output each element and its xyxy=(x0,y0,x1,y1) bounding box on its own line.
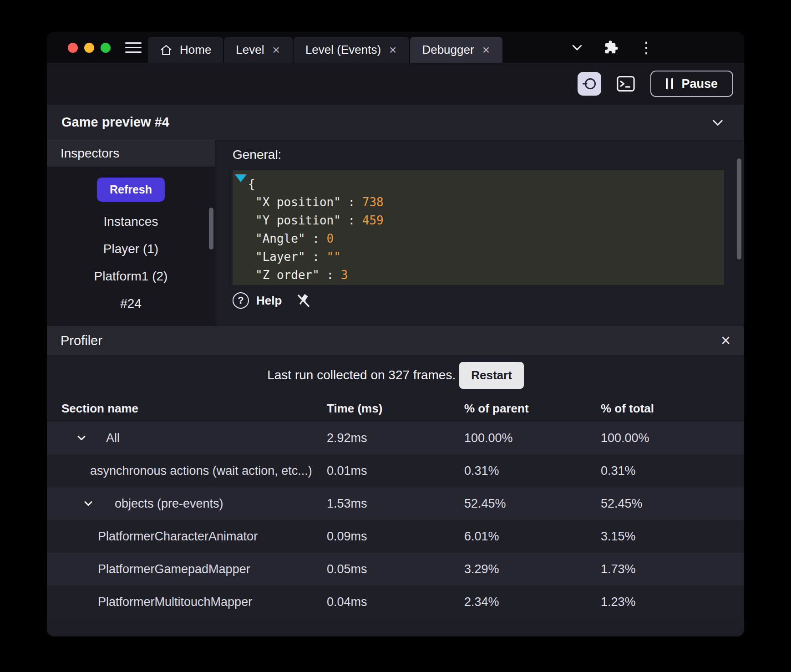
profiler-title: Profiler xyxy=(61,333,102,348)
game-preview-header: Game preview #4 xyxy=(47,105,744,140)
time-cell: 1.53ms xyxy=(327,497,464,511)
speed-control-button[interactable] xyxy=(578,72,601,96)
percent-total-cell: 52.45% xyxy=(601,497,744,511)
tree-item-player[interactable]: Player (1) xyxy=(103,235,158,263)
tab-bar: Home Level × Level (Events) × Debugger × xyxy=(47,32,744,63)
close-window-button[interactable] xyxy=(68,43,78,53)
percent-parent-cell: 6.01% xyxy=(464,529,601,544)
code-line: "Y position" : 459 xyxy=(248,211,724,229)
profiler-header: Profiler × xyxy=(47,326,744,355)
percent-parent-cell: 100.00% xyxy=(464,431,601,445)
help-icon[interactable]: ? xyxy=(233,292,249,309)
pause-icon xyxy=(666,78,673,89)
column-time: Time (ms) xyxy=(327,402,464,416)
column-percent-total: % of total xyxy=(601,402,744,416)
general-panel: General: { "X position" : 738 "Y positio… xyxy=(215,140,744,326)
tab-label: Home xyxy=(180,43,211,57)
percent-parent-cell: 0.31% xyxy=(464,464,601,478)
column-percent-parent: % of parent xyxy=(464,402,601,416)
chevron-down-icon[interactable] xyxy=(82,497,95,510)
console-button[interactable] xyxy=(615,74,637,94)
code-line: { xyxy=(248,175,724,193)
profiler-status-text: Last run collected on 327 frames. xyxy=(267,368,456,382)
tree-item-platform1[interactable]: Platform1 (2) xyxy=(94,263,168,290)
traffic-lights xyxy=(68,43,111,53)
percent-parent-cell: 2.34% xyxy=(464,595,601,609)
general-scrollbar[interactable] xyxy=(737,158,741,260)
time-cell: 0.04ms xyxy=(327,595,464,609)
extensions-puzzle-icon[interactable] xyxy=(604,40,619,55)
unpin-button[interactable] xyxy=(295,292,312,309)
code-line: "Z order" : 3 xyxy=(248,266,724,284)
section-name-cell: PlatformerMultitouchMapper xyxy=(61,595,327,609)
inspectors-title: Inspectors xyxy=(47,140,215,167)
profiler-row-multitouch-mapper[interactable]: PlatformerMultitouchMapper 0.04ms 2.34% … xyxy=(47,585,744,618)
terminal-icon xyxy=(616,75,635,92)
home-icon xyxy=(160,44,172,56)
tab-level-events[interactable]: Level (Events) × xyxy=(294,37,410,63)
tree-item-instance-24[interactable]: #24 xyxy=(120,290,142,317)
column-section-name: Section name xyxy=(61,402,327,416)
percent-parent-cell: 3.29% xyxy=(464,562,601,576)
pin-off-icon xyxy=(295,292,312,309)
inspectors-tree: Refresh Instances Player (1) Platform1 (… xyxy=(47,167,215,317)
time-cell: 0.09ms xyxy=(327,529,464,544)
menu-icon[interactable] xyxy=(125,41,142,54)
inspectors-panel: Inspectors Refresh Instances Player (1) … xyxy=(47,140,215,326)
debugger-toolbar: Pause xyxy=(47,63,744,105)
window-actions: ⋮ xyxy=(570,32,654,63)
help-label[interactable]: Help xyxy=(256,294,282,308)
profiler-status-row: Last run collected on 327 frames. Restar… xyxy=(47,355,744,395)
chevron-down-icon[interactable] xyxy=(75,432,88,444)
tab-home[interactable]: Home xyxy=(148,37,223,63)
restart-button[interactable]: Restart xyxy=(459,362,524,389)
refresh-button[interactable]: Refresh xyxy=(97,178,165,202)
tree-item-instances[interactable]: Instances xyxy=(104,208,158,235)
inspectors-scrollbar[interactable] xyxy=(209,208,213,249)
profiler-row-async-actions[interactable]: asynchronous actions (wait action, etc..… xyxy=(47,454,744,487)
close-icon[interactable]: × xyxy=(482,44,491,56)
percent-total-cell: 1.23% xyxy=(601,595,744,609)
tab-label: Level (Events) xyxy=(305,43,381,57)
collapse-chevron-icon[interactable] xyxy=(710,115,725,130)
game-preview-title: Game preview #4 xyxy=(61,115,169,130)
profiler-rows: All 2.92ms 100.00% 100.00% asynchronous … xyxy=(47,422,744,618)
tab-debugger[interactable]: Debugger × xyxy=(410,37,502,63)
close-icon[interactable]: × xyxy=(388,44,397,56)
app-window: Home Level × Level (Events) × Debugger × xyxy=(47,32,744,636)
profiler-row-all[interactable]: All 2.92ms 100.00% 100.00% xyxy=(47,422,744,454)
chevron-down-icon[interactable] xyxy=(570,41,584,54)
code-line: "X position" : 738 xyxy=(248,193,724,211)
section-name-cell: asynchronous actions (wait action, etc..… xyxy=(61,464,327,478)
profiler-row-character-animator[interactable]: PlatformerCharacterAnimator 0.09ms 6.01%… xyxy=(47,520,744,553)
pause-button[interactable]: Pause xyxy=(650,71,733,97)
tab-level[interactable]: Level × xyxy=(224,37,293,63)
percent-total-cell: 1.73% xyxy=(601,562,744,576)
inspector-json-view: { "X position" : 738 "Y position" : 459 … xyxy=(233,170,724,285)
percent-total-cell: 100.00% xyxy=(601,431,744,445)
tab-label: Level xyxy=(236,43,264,57)
percent-parent-cell: 52.45% xyxy=(464,497,601,511)
section-name-cell: PlatformerCharacterAnimator xyxy=(61,529,327,544)
section-name-cell: All xyxy=(61,431,327,445)
profiler-row-objects-pre-events[interactable]: objects (pre-events) 1.53ms 52.45% 52.45… xyxy=(47,487,744,520)
collapse-triangle-icon[interactable] xyxy=(235,174,247,182)
close-profiler-icon[interactable]: × xyxy=(721,332,730,349)
maximize-window-button[interactable] xyxy=(101,43,111,53)
pause-label: Pause xyxy=(681,77,718,91)
profiler-column-headers: Section name Time (ms) % of parent % of … xyxy=(47,395,744,422)
tab-label: Debugger xyxy=(422,43,474,57)
time-cell: 2.92ms xyxy=(327,431,464,445)
section-name-cell: PlatformerGamepadMapper xyxy=(61,562,327,576)
minimize-window-button[interactable] xyxy=(84,43,94,53)
time-cell: 0.01ms xyxy=(327,464,464,478)
close-icon[interactable]: × xyxy=(272,44,281,56)
general-title: General: xyxy=(233,148,724,162)
debugger-split: Inspectors Refresh Instances Player (1) … xyxy=(47,140,744,326)
more-options-icon[interactable]: ⋮ xyxy=(639,40,654,55)
section-name-cell: objects (pre-events) xyxy=(61,497,327,511)
help-row: ? Help xyxy=(233,292,724,309)
profiler-panel: Last run collected on 327 frames. Restar… xyxy=(47,355,744,636)
percent-total-cell: 0.31% xyxy=(601,464,744,478)
profiler-row-gamepad-mapper[interactable]: PlatformerGamepadMapper 0.05ms 3.29% 1.7… xyxy=(47,553,744,585)
